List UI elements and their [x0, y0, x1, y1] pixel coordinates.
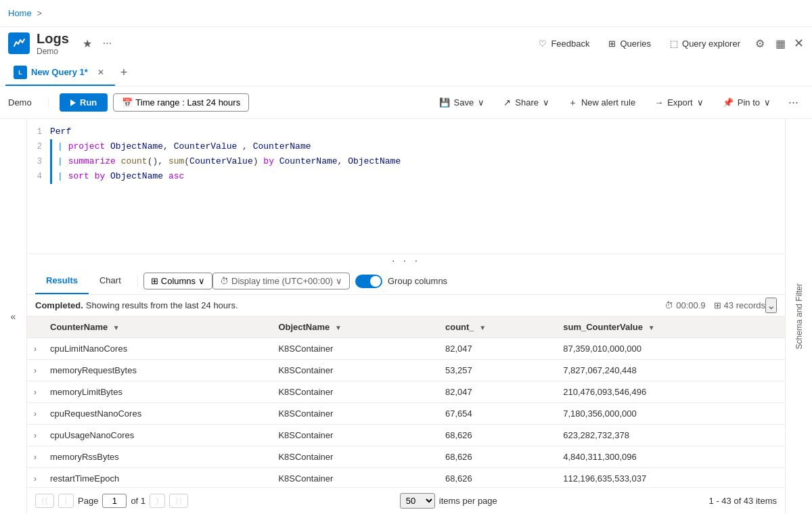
new-alert-button[interactable]: ＋ New alert rule	[562, 93, 642, 112]
pin-to-button[interactable]: 📌 Pin to ∨	[716, 94, 777, 111]
status-message: Showing results from the last 24 hours.	[86, 300, 238, 310]
cell-counter-name: memoryRequestBytes	[43, 360, 271, 381]
row-expand-icon[interactable]: ›	[34, 388, 37, 397]
row-expand-icon[interactable]: ›	[34, 344, 37, 354]
cell-object-name: K8SContainer	[271, 338, 438, 360]
pin-chevron: ∨	[764, 97, 771, 108]
workspace-subtitle: Demo	[37, 47, 74, 56]
save-chevron: ∨	[478, 97, 484, 108]
query-explorer-button[interactable]: ⬚ Query explorer	[663, 35, 747, 52]
cell-counter-name: cpuRequestNanoCores	[43, 403, 271, 425]
cell-count: 82,047	[438, 338, 556, 360]
table-row[interactable]: › memoryRequestBytes K8SContainer 53,257…	[27, 360, 785, 381]
expand-cell[interactable]: ›	[27, 360, 43, 381]
tab-new-query[interactable]: L New Query 1* ✕	[5, 60, 115, 86]
clock-icon: ⏱	[220, 276, 229, 286]
next-page-button[interactable]: ⟩	[150, 494, 165, 508]
main-toolbar: Demo Run 📅 Time range : Last 24 hours 💾 …	[0, 87, 812, 119]
new-tab-button[interactable]: +	[115, 63, 133, 83]
cell-counter-name: cpuUsageNanoCores	[43, 425, 271, 446]
table-row[interactable]: › restartTimeEpoch K8SContainer 68,626 1…	[27, 468, 785, 488]
group-columns-toggle[interactable]	[355, 275, 382, 288]
code-line-4: 4 | sort by ObjectName asc	[27, 169, 785, 184]
first-page-button[interactable]: ⟨⟨	[35, 494, 54, 508]
cell-object-name: K8SContainer	[271, 381, 438, 403]
left-collapse-panel[interactable]: «	[0, 119, 27, 514]
group-columns-toggle-wrap: Group columns	[355, 275, 447, 288]
tab-close-button[interactable]: ✕	[95, 66, 107, 78]
page-input[interactable]	[102, 494, 127, 508]
chart-tab[interactable]: Chart	[89, 268, 132, 294]
columns-chevron: ∨	[198, 276, 205, 286]
col-counter-name[interactable]: CounterName ▼	[43, 317, 271, 338]
row-expand-icon[interactable]: ›	[34, 366, 37, 375]
explorer-icon: ⬚	[670, 39, 678, 49]
total-items-label: 1 - 43 of 43 items	[709, 496, 777, 506]
toolbar-more-button[interactable]: ···	[783, 93, 804, 112]
cell-count: 68,626	[438, 425, 556, 446]
results-tab[interactable]: Results	[35, 268, 89, 294]
more-options-button[interactable]: ···	[100, 34, 114, 52]
queries-button[interactable]: ⊞ Queries	[602, 35, 658, 52]
cell-count: 67,654	[438, 403, 556, 425]
filter-icon-sum[interactable]: ▼	[648, 324, 655, 331]
page-label: Page	[78, 496, 98, 506]
cell-sum: 87,359,010,000,000	[556, 338, 785, 360]
tab-label: New Query 1*	[31, 67, 88, 77]
filter-icon-object[interactable]: ▼	[335, 324, 342, 331]
record-count: ⊞ 43 records	[714, 300, 765, 310]
drag-handle[interactable]: · · ·	[27, 254, 785, 268]
results-table-wrap: CounterName ▼ ObjectName ▼ count_ ▼ sum_…	[27, 317, 785, 487]
page-title: Logs	[37, 31, 69, 47]
settings-button[interactable]: ⚙	[752, 34, 767, 53]
cell-sum: 7,180,356,000,000	[556, 403, 785, 425]
calendar-icon: 📅	[122, 97, 133, 108]
code-editor[interactable]: 1 Perf 2 | project ObjectName, CounterVa…	[27, 119, 785, 254]
save-button[interactable]: 💾 Save ∨	[432, 94, 492, 111]
schema-sidebar[interactable]: Schema and Filter	[785, 119, 812, 514]
table-row[interactable]: › cpuUsageNanoCores K8SContainer 68,626 …	[27, 425, 785, 446]
table-row[interactable]: › memoryRssBytes K8SContainer 68,626 4,8…	[27, 446, 785, 468]
collapse-icon: «	[11, 311, 16, 322]
table-row[interactable]: › cpuLimitNanoCores K8SContainer 82,047 …	[27, 338, 785, 360]
expand-cell[interactable]: ›	[27, 338, 43, 360]
filter-icon-counter[interactable]: ▼	[113, 324, 120, 331]
expand-cell[interactable]: ›	[27, 403, 43, 425]
table-row[interactable]: › memoryLimitBytes K8SContainer 82,047 2…	[27, 381, 785, 403]
title-actions: ★ ···	[80, 34, 114, 53]
home-link[interactable]: Home	[8, 8, 32, 18]
run-button[interactable]: Run	[60, 93, 108, 112]
row-expand-icon[interactable]: ›	[34, 431, 37, 440]
export-button[interactable]: → Export ∨	[648, 94, 710, 111]
layout-button[interactable]: ▦	[773, 34, 788, 53]
expand-cell[interactable]: ›	[27, 425, 43, 446]
share-button[interactable]: ↗ Share ∨	[497, 94, 556, 111]
cell-count: 68,626	[438, 468, 556, 488]
filter-icon-count[interactable]: ▼	[479, 324, 486, 331]
share-icon: ↗	[503, 97, 511, 108]
last-page-button[interactable]: ⟩⟩	[169, 494, 188, 508]
close-button[interactable]: ✕	[794, 36, 804, 51]
feedback-button[interactable]: ♡ Feedback	[532, 35, 596, 52]
display-time-button[interactable]: ⏱ Display time (UTC+00:00) ∨	[212, 273, 350, 289]
expand-cell[interactable]: ›	[27, 446, 43, 468]
col-sum[interactable]: sum_CounterValue ▼	[556, 317, 785, 338]
schema-sidebar-label: Schema and Filter	[794, 283, 804, 349]
expand-cell[interactable]: ›	[27, 468, 43, 488]
title-bar: Logs Demo ★ ··· ♡ Feedback ⊞ Queries ⬚ Q…	[0, 27, 812, 60]
col-object-name[interactable]: ObjectName ▼	[271, 317, 438, 338]
main-layout: « 1 Perf 2 | project ObjectName, Counter…	[0, 119, 812, 514]
cell-count: 82,047	[438, 381, 556, 403]
expand-results-button[interactable]: ⌄	[765, 298, 777, 313]
row-expand-icon[interactable]: ›	[34, 452, 37, 462]
row-expand-icon[interactable]: ›	[34, 474, 37, 484]
favorite-button[interactable]: ★	[80, 34, 95, 53]
prev-page-button[interactable]: ⟨	[58, 494, 74, 508]
time-range-button[interactable]: 📅 Time range : Last 24 hours	[113, 93, 249, 112]
per-page-select[interactable]: 50 100 200	[400, 493, 435, 509]
table-row[interactable]: › cpuRequestNanoCores K8SContainer 67,65…	[27, 403, 785, 425]
row-expand-icon[interactable]: ›	[34, 409, 37, 419]
expand-cell[interactable]: ›	[27, 381, 43, 403]
col-count[interactable]: count_ ▼	[438, 317, 556, 338]
columns-button[interactable]: ⊞ Columns ∨	[143, 273, 212, 289]
